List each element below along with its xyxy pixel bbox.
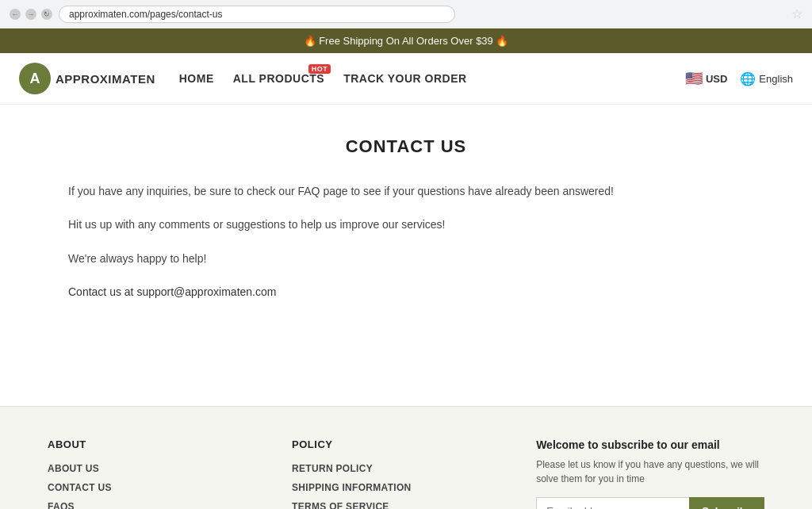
reload-button[interactable]: ↻: [41, 9, 52, 20]
announcement-bar: 🔥 Free Shipping On All Orders Over $39 🔥: [0, 29, 812, 53]
bookmark-icon[interactable]: ☆: [791, 6, 802, 21]
globe-icon: 🌐: [740, 71, 756, 86]
currency-text: USD: [706, 73, 727, 85]
footer-grid: ABOUT ABOUT US CONTACT US FAQS TRACK YOU…: [48, 438, 764, 509]
contact-paragraph-1: If you have any inquiries, be sure to ch…: [68, 182, 744, 200]
nav-home[interactable]: HOME: [179, 72, 214, 85]
language-selector[interactable]: 🌐 English: [740, 71, 793, 86]
footer-subscribe-col: Welcome to subscribe to our email Please…: [536, 438, 764, 509]
header: A APPROXIMATEN HOME HOT All PRODUCTS TRA…: [0, 53, 812, 105]
footer-about-col: ABOUT ABOUT US CONTACT US FAQS TRACK YOU…: [48, 438, 260, 509]
nav-track-order[interactable]: TRACK YOUR ORDER: [343, 72, 467, 85]
contact-paragraph-4: Contact us at support@approximaten.com: [68, 283, 744, 300]
logo-icon: A: [19, 63, 51, 94]
address-bar[interactable]: approximaten.com/pages/contact-us: [59, 6, 455, 23]
footer-contact-us[interactable]: CONTACT US: [48, 482, 260, 493]
footer-shipping-info[interactable]: SHIPPING INFORMATION: [292, 482, 504, 493]
logo-text: APPROXIMATEN: [56, 72, 155, 86]
contact-email: Contact us at support@approximaten.com: [68, 285, 276, 298]
contact-paragraph-3: We're always happy to help!: [68, 250, 744, 267]
footer-return-policy[interactable]: RETURN POLICY: [292, 463, 504, 474]
hot-badge: HOT: [308, 64, 331, 74]
contact-body: If you have any inquiries, be sure to ch…: [68, 182, 744, 301]
footer-policy-col: POLICY RETURN POLICY SHIPPING INFORMATIO…: [292, 438, 504, 509]
page-title: CONTACT US: [68, 136, 744, 157]
main-content: CONTACT US If you have any inquiries, be…: [49, 105, 763, 406]
browser-chrome: ← → ↻ approximaten.com/pages/contact-us …: [0, 0, 812, 29]
browser-controls: ← → ↻: [10, 9, 52, 20]
subscribe-desc: Please let us know if you have any quest…: [536, 457, 764, 486]
logo-link[interactable]: A APPROXIMATEN: [19, 63, 155, 94]
policy-title: POLICY: [292, 438, 504, 450]
nav-all-products[interactable]: HOT All PRODUCTS: [233, 72, 324, 85]
footer-terms[interactable]: TERMS OF SERVICE: [292, 501, 504, 509]
footer-faqs[interactable]: FAQS: [48, 501, 260, 509]
subscribe-form: Subscribe: [536, 497, 764, 509]
footer-about-us[interactable]: ABOUT US: [48, 463, 260, 474]
footer: ABOUT ABOUT US CONTACT US FAQS TRACK YOU…: [0, 406, 812, 509]
us-flag-icon: 🇺🇸: [685, 70, 703, 87]
announcement-text: 🔥 Free Shipping On All Orders Over $39 🔥: [304, 35, 509, 47]
forward-button[interactable]: →: [25, 9, 36, 20]
contact-paragraph-2: Hit us up with any comments or suggestio…: [68, 216, 744, 233]
currency-selector[interactable]: 🇺🇸 USD: [685, 70, 727, 87]
about-title: ABOUT: [48, 438, 260, 450]
subscribe-button[interactable]: Subscribe: [689, 497, 764, 509]
header-right: 🇺🇸 USD 🌐 English: [685, 70, 793, 87]
email-input[interactable]: [536, 497, 689, 509]
main-nav: HOME HOT All PRODUCTS TRACK YOUR ORDER: [179, 72, 467, 85]
subscribe-title: Welcome to subscribe to our email: [536, 438, 764, 451]
language-text: English: [759, 73, 793, 85]
back-button[interactable]: ←: [10, 9, 21, 20]
